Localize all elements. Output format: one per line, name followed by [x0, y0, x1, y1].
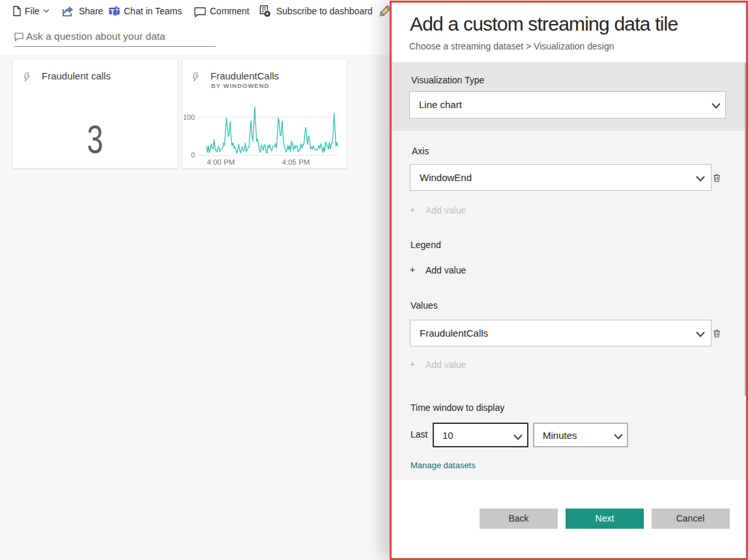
svg-text:100: 100	[183, 113, 195, 121]
svg-text:4:05 PM: 4:05 PM	[282, 158, 310, 166]
svg-text:0: 0	[191, 151, 195, 159]
svg-text:4:00 PM: 4:00 PM	[207, 158, 235, 166]
